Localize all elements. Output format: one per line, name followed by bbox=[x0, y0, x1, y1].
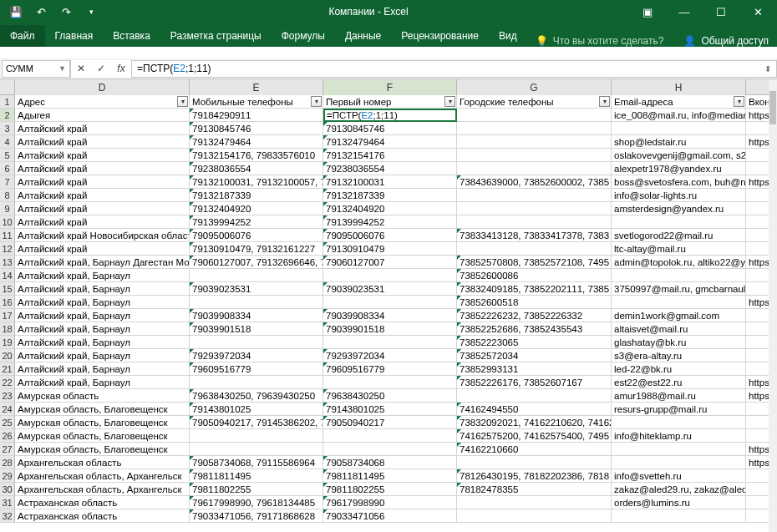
cell[interactable]: 3750997@mail.ru, gmcbarnaul@gmail.c bbox=[612, 282, 746, 296]
column-header-G[interactable]: G bbox=[457, 79, 612, 95]
tab-insert[interactable]: Вставка bbox=[103, 25, 160, 47]
cell[interactable] bbox=[612, 269, 746, 282]
cell[interactable]: 79132187339 bbox=[323, 189, 457, 202]
cell[interactable]: 79039023531 bbox=[323, 282, 457, 296]
row-header[interactable]: 3 bbox=[0, 122, 15, 135]
cell[interactable]: Алтайский край Новосибирская область bbox=[15, 229, 190, 242]
cell[interactable]: Алтайский край bbox=[15, 149, 190, 162]
minimize-icon[interactable]: — bbox=[667, 1, 702, 23]
cell[interactable]: 79132100031 bbox=[323, 175, 457, 189]
row-header[interactable]: 21 bbox=[0, 362, 15, 376]
cell[interactable] bbox=[457, 215, 612, 229]
row-header[interactable]: 12 bbox=[0, 242, 15, 256]
share-button[interactable]: 👤 Общий доступ bbox=[675, 35, 777, 47]
cell[interactable] bbox=[612, 443, 746, 456]
cell[interactable]: 79811811495 bbox=[190, 469, 323, 483]
cell[interactable]: altaisvet@mail.ru bbox=[612, 322, 746, 336]
cell[interactable] bbox=[457, 189, 612, 202]
cell[interactable] bbox=[457, 242, 612, 256]
accept-formula-icon[interactable]: ✓ bbox=[91, 63, 111, 74]
cell[interactable]: Алтайский край, Барнаул bbox=[15, 296, 190, 309]
cell[interactable]: 79143801025 bbox=[323, 403, 457, 416]
filter-dropdown-icon[interactable]: ▾ bbox=[734, 96, 744, 107]
cell[interactable]: 79039901518 bbox=[323, 322, 457, 336]
cell[interactable]: 79143801025 bbox=[190, 403, 323, 416]
row-header[interactable]: 20 bbox=[0, 349, 15, 362]
cell[interactable]: 79033471056 bbox=[323, 509, 457, 523]
cell[interactable]: oslakovevgenij@gmail.com, s2154176@y bbox=[612, 149, 746, 162]
cell[interactable]: 79058734068 bbox=[323, 456, 457, 469]
cell[interactable]: =ПСТР(E2;1;11) bbox=[323, 109, 457, 122]
tell-me-search[interactable]: 💡 Что вы хотите сделать? bbox=[527, 35, 673, 47]
qat-customize-icon[interactable]: ▾ bbox=[80, 2, 102, 22]
cell[interactable]: 79293972034 bbox=[190, 349, 323, 362]
table-header-cell[interactable]: Мобильные телефоны▾ bbox=[190, 95, 323, 109]
cell[interactable]: 79039908334 bbox=[190, 309, 323, 322]
cell[interactable]: 79139994252 bbox=[323, 215, 457, 229]
cell[interactable]: 73852252686, 73852435543 bbox=[457, 322, 612, 336]
cell[interactable] bbox=[457, 135, 612, 149]
cell[interactable]: Алтайский край bbox=[15, 135, 190, 149]
cell[interactable]: 73833413128, 73833417378, 7383 bbox=[457, 229, 612, 242]
cell[interactable]: Адыгея bbox=[15, 109, 190, 122]
cell[interactable]: 79811811495 bbox=[323, 469, 457, 483]
cell[interactable] bbox=[457, 509, 612, 523]
row-header[interactable]: 2 bbox=[0, 109, 15, 122]
filter-dropdown-icon[interactable]: ▾ bbox=[311, 96, 322, 107]
cell[interactable]: 73852600518 bbox=[457, 296, 612, 309]
filter-dropdown-icon[interactable]: ▾ bbox=[444, 96, 455, 107]
row-header[interactable]: 11 bbox=[0, 229, 15, 242]
table-header-cell[interactable]: Первый номер▾ bbox=[323, 95, 457, 109]
cell[interactable]: glashatay@bk.ru bbox=[612, 336, 746, 349]
cell[interactable] bbox=[457, 456, 612, 469]
cell[interactable]: Алтайский край bbox=[15, 215, 190, 229]
cell[interactable]: Алтайский край, Барнаул Дагестан Мос bbox=[15, 256, 190, 269]
cell[interactable]: 79050940217, 79145386202, 79140 bbox=[190, 416, 323, 429]
row-header[interactable]: 31 bbox=[0, 496, 15, 509]
cell[interactable]: 73852993131 bbox=[457, 362, 612, 376]
cell[interactable]: 79293972034 bbox=[323, 349, 457, 362]
row-header[interactable]: 15 bbox=[0, 282, 15, 296]
cell[interactable]: Алтайский край, Барнаул bbox=[15, 269, 190, 282]
cell[interactable]: demin1work@gmail.com bbox=[612, 309, 746, 322]
row-header[interactable]: 14 bbox=[0, 269, 15, 282]
cell[interactable]: 79139994252 bbox=[190, 215, 323, 229]
cell[interactable] bbox=[190, 336, 323, 349]
cancel-formula-icon[interactable]: ✕ bbox=[71, 63, 91, 74]
cell[interactable]: svetlogorod22@mail.ru bbox=[612, 229, 746, 242]
column-header-H[interactable]: H bbox=[612, 79, 746, 95]
row-header[interactable]: 32 bbox=[0, 509, 15, 523]
cell[interactable]: Алтайский край, Барнаул bbox=[15, 376, 190, 389]
cell[interactable]: admin@topolok.ru, altiko22@y bbox=[612, 256, 746, 269]
tab-layout[interactable]: Разметка страницы bbox=[160, 25, 272, 47]
undo-icon[interactable]: ↶ bbox=[30, 2, 52, 22]
cell[interactable]: 79095006076 bbox=[323, 229, 457, 242]
cell[interactable]: 79238036554 bbox=[190, 162, 323, 175]
maximize-icon[interactable]: ☐ bbox=[703, 1, 739, 23]
cell[interactable]: 79184290911 bbox=[190, 109, 323, 122]
table-header-cell[interactable]: Городские телефоны▾ bbox=[457, 95, 612, 109]
cell[interactable]: Архангельская область bbox=[15, 456, 190, 469]
cell[interactable]: 73832092021, 74162210620, 74162386202, 7… bbox=[457, 416, 612, 429]
cell[interactable]: Алтайский край, Барнаул bbox=[15, 282, 190, 296]
cell[interactable]: Астраханская область bbox=[15, 496, 190, 509]
cell[interactable]: 79811802255 bbox=[323, 483, 457, 496]
tab-data[interactable]: Данные bbox=[335, 25, 391, 47]
row-header[interactable]: 17 bbox=[0, 309, 15, 322]
cell[interactable]: 79050940217 bbox=[323, 416, 457, 429]
cell[interactable]: 79811802255 bbox=[190, 483, 323, 496]
cell[interactable]: 79617998990 bbox=[323, 496, 457, 509]
cell[interactable]: 79033471056, 79171868628 bbox=[190, 509, 323, 523]
chevron-down-icon[interactable]: ▼ bbox=[58, 64, 66, 73]
column-header-F[interactable]: F bbox=[323, 79, 457, 95]
row-header[interactable]: 18 bbox=[0, 322, 15, 336]
cell[interactable]: ice_008@mail.ru, info@mediart bbox=[612, 109, 746, 122]
vertical-scrollbar[interactable] bbox=[769, 79, 777, 532]
cell[interactable]: info@solar-lights.ru bbox=[612, 189, 746, 202]
row-header[interactable]: 9 bbox=[0, 202, 15, 215]
cell[interactable]: 79132100031, 79132100057, 79132100044 bbox=[190, 175, 323, 189]
table-header-cell[interactable]: Email-адреса▾ bbox=[612, 95, 746, 109]
cell[interactable] bbox=[323, 443, 457, 456]
cell[interactable]: Алтайский край, Барнаул bbox=[15, 336, 190, 349]
cell[interactable]: 74162494550 bbox=[457, 403, 612, 416]
